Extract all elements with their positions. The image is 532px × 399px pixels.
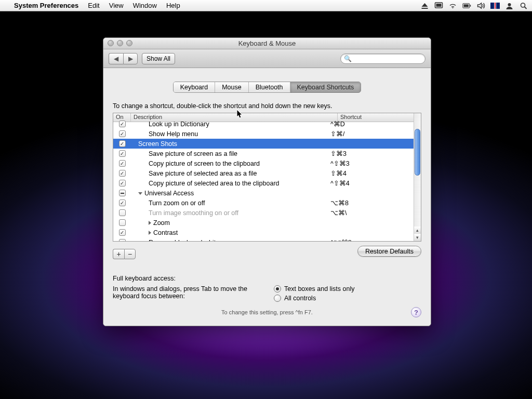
svg-point-5 xyxy=(508,3,511,6)
radio-dot-icon xyxy=(274,285,281,292)
titlebar[interactable]: Keyboard & Mouse xyxy=(103,38,431,49)
restore-defaults-button[interactable]: Restore Defaults xyxy=(357,246,421,257)
table-row[interactable]: ✓Copy picture of selected area to the cl… xyxy=(113,178,421,188)
content-area: KeyboardMouseBluetoothKeyboard Shortcuts… xyxy=(103,68,431,326)
table-body[interactable]: ✓Look up in Dictionary^⌘D✓Show Help menu… xyxy=(113,119,421,241)
fka-hint: To change this setting, press ^fn F7. xyxy=(113,309,421,315)
row-shortcut[interactable]: ⌥⌘8 xyxy=(330,199,414,207)
remove-button[interactable]: − xyxy=(124,249,136,259)
row-shortcut[interactable]: ⇧⌘/ xyxy=(330,130,414,138)
tab-bluetooth[interactable]: Bluetooth xyxy=(249,82,290,92)
svg-rect-1 xyxy=(436,4,442,7)
checkbox[interactable]: ✓ xyxy=(119,170,126,177)
input-source-icon[interactable] xyxy=(490,3,500,9)
row-label: Copy picture of screen to the clipboard xyxy=(149,160,260,167)
checkbox[interactable]: ✓ xyxy=(119,200,126,206)
full-keyboard-access: Full keyboard access: In windows and dia… xyxy=(113,275,421,315)
table-row[interactable]: ✓Reverse black and white^⌥⌘8 xyxy=(113,237,421,241)
table-row[interactable]: ✓Screen Shots xyxy=(113,139,421,149)
scrollbar[interactable]: ▴ ▾ xyxy=(414,113,421,241)
battery-icon[interactable] xyxy=(462,2,471,9)
table-row[interactable]: ✓Turn zoom on or off⌥⌘8 xyxy=(113,198,421,208)
forward-button[interactable]: ▶ xyxy=(123,53,138,64)
row-shortcut[interactable]: ⇧⌘4 xyxy=(330,169,414,177)
add-button[interactable]: + xyxy=(113,249,124,259)
menubar: System Preferences Edit View Window Help xyxy=(0,0,532,11)
row-label: Universal Access xyxy=(144,190,194,197)
fka-description: In windows and dialogs, press Tab to mov… xyxy=(113,285,263,304)
svg-rect-4 xyxy=(464,4,469,7)
search-icon: 🔍 xyxy=(344,55,352,62)
fka-title: Full keyboard access: xyxy=(113,275,421,282)
checkbox[interactable]: ✓ xyxy=(119,121,126,127)
eject-icon[interactable] xyxy=(420,2,429,9)
checkbox[interactable]: ✓ xyxy=(119,180,126,187)
tab-keyboard[interactable]: Keyboard xyxy=(174,82,216,92)
tab-keyboard-shortcuts[interactable]: Keyboard Shortcuts xyxy=(290,82,361,92)
table-row[interactable]: ✓Contrast xyxy=(113,228,421,237)
volume-icon[interactable] xyxy=(476,2,485,9)
disclosure-triangle-icon[interactable] xyxy=(149,221,151,225)
wifi-icon[interactable] xyxy=(448,2,457,9)
row-label: Zoom xyxy=(153,219,170,227)
menubar-help[interactable]: Help xyxy=(162,2,185,9)
table-row[interactable]: Universal Access xyxy=(113,188,421,198)
row-shortcut[interactable]: ^⌥⌘8 xyxy=(330,238,414,241)
row-shortcut[interactable]: ^⇧⌘3 xyxy=(330,159,414,167)
display-icon[interactable] xyxy=(434,2,443,9)
checkbox[interactable]: ✓ xyxy=(119,140,126,147)
radio-all-controls[interactable]: All controls xyxy=(274,295,355,302)
scrollbar-track[interactable] xyxy=(414,113,421,227)
add-remove-group: + − xyxy=(113,249,136,259)
checkbox[interactable]: ✓ xyxy=(119,160,126,167)
checkbox[interactable] xyxy=(119,209,126,216)
back-button[interactable]: ◀ xyxy=(109,53,123,64)
checkbox[interactable] xyxy=(119,219,126,226)
search-input[interactable] xyxy=(354,55,422,62)
table-row[interactable]: ✓Save picture of selected area as a file… xyxy=(113,168,421,178)
row-label: Save picture of screen as a file xyxy=(149,150,237,157)
disclosure-triangle-icon[interactable] xyxy=(138,192,142,195)
row-label: Show Help menu xyxy=(149,130,198,138)
radio-text-boxes-only[interactable]: Text boxes and lists only xyxy=(274,285,355,292)
minimize-button[interactable] xyxy=(117,40,123,46)
zoom-button[interactable] xyxy=(126,40,132,46)
scroll-up-button[interactable]: ▴ xyxy=(414,227,421,234)
spotlight-icon[interactable] xyxy=(519,2,528,9)
menubar-app[interactable]: System Preferences xyxy=(9,2,83,9)
row-shortcut[interactable]: ⌥⌘\ xyxy=(330,209,414,217)
table-row[interactable]: ✓Save picture of screen as a file⇧⌘3 xyxy=(113,149,421,158)
show-all-button[interactable]: Show All xyxy=(142,53,175,64)
checkbox[interactable]: ✓ xyxy=(119,150,126,157)
disclosure-triangle-icon[interactable] xyxy=(149,231,151,235)
svg-line-7 xyxy=(525,7,527,9)
menubar-window[interactable]: Window xyxy=(128,2,162,9)
row-shortcut[interactable]: ^⌘D xyxy=(330,120,414,128)
scroll-down-button[interactable]: ▾ xyxy=(414,234,421,241)
scrollbar-thumb[interactable] xyxy=(415,129,420,176)
help-button[interactable]: ? xyxy=(411,307,421,317)
table-row[interactable]: ✓Show Help menu⇧⌘/ xyxy=(113,129,421,139)
menubar-view[interactable]: View xyxy=(104,2,128,9)
close-button[interactable] xyxy=(108,40,114,46)
table-row[interactable]: Zoom xyxy=(113,218,421,228)
table-row[interactable]: ✓Copy picture of screen to the clipboard… xyxy=(113,158,421,168)
row-shortcut[interactable]: ⇧⌘3 xyxy=(330,150,414,157)
row-label: Turn image smoothing on or off xyxy=(149,209,238,217)
tab-mouse[interactable]: Mouse xyxy=(215,82,249,92)
checkbox[interactable]: ✓ xyxy=(119,130,126,137)
tab-bar: KeyboardMouseBluetoothKeyboard Shortcuts xyxy=(113,82,421,93)
svg-point-6 xyxy=(521,3,525,7)
row-label: Reverse black and white xyxy=(149,239,219,242)
checkbox[interactable] xyxy=(119,190,126,196)
table-row[interactable]: ✓Look up in Dictionary^⌘D xyxy=(113,119,421,129)
table-row[interactable]: Turn image smoothing on or off⌥⌘\ xyxy=(113,208,421,218)
menubar-edit[interactable]: Edit xyxy=(83,2,104,9)
user-icon[interactable] xyxy=(505,2,514,9)
instructions-label: To change a shortcut, double-click the s… xyxy=(113,102,421,110)
row-shortcut[interactable]: ^⇧⌘4 xyxy=(330,179,414,187)
search-field[interactable]: 🔍 xyxy=(340,54,425,64)
radio-label: Text boxes and lists only xyxy=(284,285,355,292)
checkbox[interactable]: ✓ xyxy=(119,239,126,241)
checkbox[interactable]: ✓ xyxy=(119,229,126,236)
